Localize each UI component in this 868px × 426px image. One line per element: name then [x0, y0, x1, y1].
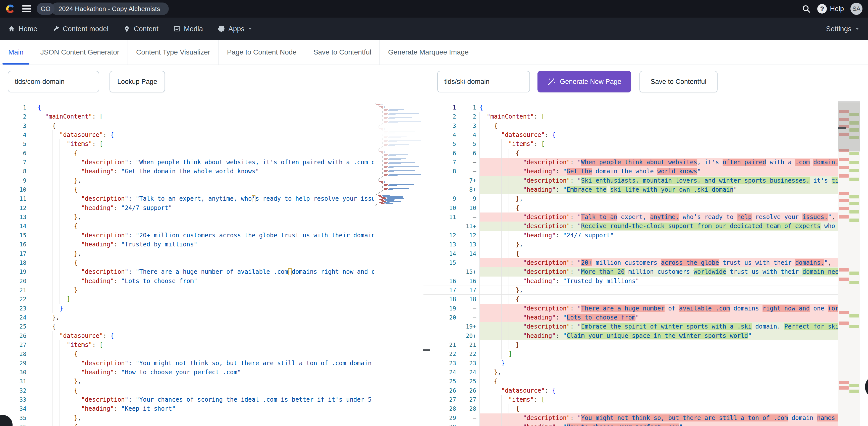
diff-line: 11{ — [424, 103, 838, 112]
settings-menu[interactable]: Settings — [826, 25, 860, 33]
modified-line-number: 10 — [456, 204, 476, 213]
line-number: 6 — [0, 149, 26, 158]
diff-overview-ruler[interactable] — [838, 102, 860, 426]
code-line: 9 }, — [0, 176, 423, 185]
nav-item-apps[interactable]: Apps — [217, 25, 253, 33]
tab-json-content-generator[interactable]: JSON Content Generator — [32, 40, 128, 65]
avatar[interactable]: SA — [850, 3, 863, 15]
original-line-number: 5 — [424, 140, 456, 148]
tab-content-type-visualizer[interactable]: Content Type Visualizer — [128, 40, 219, 65]
line-number: 9 — [0, 176, 26, 185]
original-line-number: 6 — [424, 149, 456, 158]
ruler-mark-deleted — [839, 268, 849, 272]
app-tab-strip: MainJSON Content GeneratorContent Type V… — [0, 40, 868, 65]
diff-line: 2626 "datasource": { — [424, 386, 838, 395]
line-number: 28 — [0, 349, 26, 359]
floating-widget[interactable] — [865, 375, 868, 398]
line-number: 13 — [0, 213, 26, 221]
ruler-mark-deleted — [839, 166, 849, 169]
tab-page-to-content-node[interactable]: Page to Content Node — [219, 40, 305, 65]
ruler-mark-deleted — [839, 386, 849, 390]
left-json-editor[interactable]: 1{2 "mainContent": [3 {4 "datasource": {… — [0, 102, 423, 426]
original-line-number: 13 — [424, 240, 456, 249]
original-line-number — [424, 331, 456, 340]
original-line-number: 20 — [424, 313, 456, 322]
ruler-mark-added — [849, 272, 859, 275]
line-number: 2 — [0, 112, 26, 121]
code-line: 34 "heading": "Keep it short" — [0, 404, 423, 413]
scrollbar-thumb[interactable] — [838, 101, 860, 151]
line-number: 22 — [0, 295, 26, 304]
ruler-mark-added — [849, 210, 859, 213]
nav-item-media[interactable]: Media — [173, 25, 203, 33]
target-page-input[interactable] — [437, 71, 530, 92]
generate-new-page-button[interactable]: Generate New Page — [537, 71, 631, 92]
lookup-page-button[interactable]: Lookup Page — [110, 71, 165, 92]
original-line-number: 19 — [424, 304, 456, 313]
code-line: 2 "mainContent": [ — [0, 112, 423, 121]
search-icon[interactable] — [802, 4, 811, 13]
diff-line-deleted: 7– "description": "When people think abo… — [424, 158, 838, 167]
modified-line-number: 14 — [456, 249, 476, 258]
modified-line-number: 6 — [456, 149, 476, 158]
modified-line-number: 5 — [456, 140, 476, 148]
line-number: 5 — [0, 140, 26, 148]
save-to-contentful-button[interactable]: Save to Contentful — [640, 71, 718, 92]
tab-generate-marquee-image[interactable]: Generate Marquee Image — [380, 40, 477, 65]
org-badge[interactable]: GO — [37, 3, 55, 15]
ruler-mark-deleted — [839, 278, 849, 281]
line-number: 34 — [0, 404, 26, 413]
line-number: 23 — [0, 304, 26, 313]
original-line-number: 30 — [424, 423, 456, 426]
diff-line: 1717 }, — [424, 285, 838, 295]
ruler-mark-deleted — [839, 199, 849, 202]
line-number: 32 — [0, 386, 26, 395]
original-line-number: 15 — [424, 258, 456, 267]
modified-line-number: 2 — [456, 112, 476, 121]
modified-line-number: 22 — [456, 349, 476, 359]
editor-sash-handle[interactable] — [423, 349, 430, 351]
minimap[interactable] — [374, 102, 423, 426]
modified-line-number: 16 — [456, 277, 476, 285]
ruler-mark-added — [849, 195, 859, 199]
code-line: 30 "heading": "How to choose your perfec… — [0, 368, 423, 377]
nav-item-content[interactable]: Content — [123, 25, 158, 33]
original-line-number: 14 — [424, 249, 456, 258]
diff-line: 2323 } — [424, 359, 838, 368]
wrench-icon — [52, 25, 60, 33]
space-title[interactable]: 2024 Hackathon - Copy Alchemists — [51, 2, 169, 15]
diff-line-deleted: 29– "description": "You might not think … — [424, 414, 838, 423]
code-line: 12 "heading": "24/7 support" — [0, 204, 423, 213]
original-line-number — [424, 221, 456, 231]
tab-save-to-contentful[interactable]: Save to Contentful — [305, 40, 380, 65]
help-button[interactable]: ? Help — [817, 4, 844, 13]
diff-line: 1818 { — [424, 295, 838, 304]
contentful-logo-icon[interactable] — [5, 3, 16, 14]
source-page-input[interactable] — [8, 71, 99, 92]
diff-line: 2424 }, — [424, 368, 838, 377]
original-line-number: 26 — [424, 386, 456, 395]
code-line: 14 { — [0, 221, 423, 231]
diff-line-added: 15+ "description": "More than 20 million… — [424, 267, 838, 276]
app-page: GO 2024 Hackathon - Copy Alchemists ? He… — [0, 0, 868, 426]
modified-line-number: 24 — [456, 368, 476, 377]
diff-line-deleted: 30– "heading": "How to choose your perfe… — [424, 423, 838, 426]
code-line: 28 { — [0, 349, 423, 359]
original-line-number: 29 — [424, 414, 456, 423]
line-number: 30 — [0, 368, 26, 377]
diff-line-added: 11+ "description": "Receive round-the-cl… — [424, 221, 838, 231]
nav-item-content-model[interactable]: Content model — [52, 25, 108, 33]
right-diff-editor[interactable]: 11{22 "mainContent": [33 {44 "datasource… — [424, 102, 838, 426]
nav-item-home[interactable]: Home — [8, 25, 37, 33]
line-number: 10 — [0, 185, 26, 194]
diff-line: 99 }, — [424, 194, 838, 203]
code-line: 5 "items": [ — [0, 140, 423, 148]
diff-line-deleted: 8– "heading": "Get the domain the whole … — [424, 167, 838, 176]
menu-icon[interactable] — [22, 5, 31, 12]
diff-line-added: 8+ "heading": "Embrace the ski life with… — [424, 185, 838, 194]
code-line: 27 "items": [ — [0, 340, 423, 349]
original-line-number: 16 — [424, 277, 456, 285]
modified-line-number: – — [456, 313, 476, 322]
tab-main[interactable]: Main — [0, 40, 32, 65]
diff-line: 55 "items": [ — [424, 140, 838, 148]
